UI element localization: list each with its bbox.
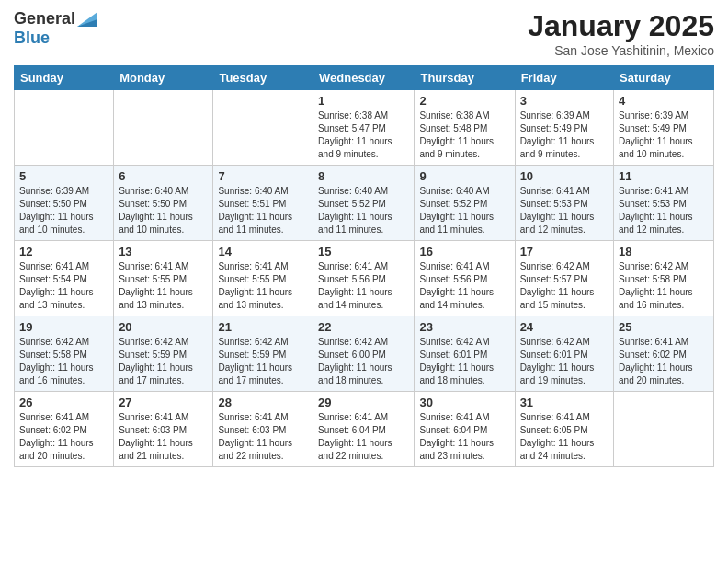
day-info: Sunrise: 6:41 AMSunset: 5:55 PMDaylight:… (218, 260, 308, 312)
logo-general: General (14, 9, 75, 29)
table-row: 1Sunrise: 6:38 AMSunset: 5:47 PMDaylight… (313, 90, 415, 166)
day-info: Sunrise: 6:41 AMSunset: 6:04 PMDaylight:… (419, 411, 509, 463)
table-row: 4Sunrise: 6:39 AMSunset: 5:49 PMDaylight… (614, 90, 714, 166)
day-number: 7 (218, 169, 308, 183)
day-info: Sunrise: 6:40 AMSunset: 5:51 PMDaylight:… (218, 185, 308, 236)
day-number: 8 (318, 169, 409, 183)
table-row: 29Sunrise: 6:41 AMSunset: 6:04 PMDayligh… (313, 392, 415, 467)
title-block: January 2025 San Jose Yashitinin, Mexico (528, 9, 714, 58)
table-row: 7Sunrise: 6:40 AMSunset: 5:51 PMDaylight… (213, 166, 313, 241)
table-row: 27Sunrise: 6:41 AMSunset: 6:03 PMDayligh… (114, 392, 213, 467)
day-info: Sunrise: 6:38 AMSunset: 5:48 PMDaylight:… (419, 109, 509, 161)
day-number: 17 (520, 245, 609, 259)
day-info: Sunrise: 6:39 AMSunset: 5:49 PMDaylight:… (520, 109, 609, 161)
table-row: 11Sunrise: 6:41 AMSunset: 5:53 PMDayligh… (614, 166, 714, 241)
day-info: Sunrise: 6:42 AMSunset: 6:01 PMDaylight:… (520, 336, 609, 387)
day-number: 29 (318, 396, 409, 409)
day-number: 11 (619, 169, 709, 183)
day-info: Sunrise: 6:42 AMSunset: 5:58 PMDaylight:… (19, 336, 108, 387)
table-row (15, 90, 114, 166)
day-number: 13 (119, 245, 208, 259)
header-wednesday: Wednesday (313, 66, 415, 90)
day-info: Sunrise: 6:42 AMSunset: 5:58 PMDaylight:… (619, 260, 709, 312)
header: General Blue January 2025 San Jose Yashi… (14, 9, 714, 58)
calendar-week-row: 5Sunrise: 6:39 AMSunset: 5:50 PMDaylight… (15, 166, 714, 241)
day-number: 24 (520, 320, 609, 334)
day-number: 21 (218, 320, 308, 334)
header-thursday: Thursday (415, 66, 515, 90)
logo-blue: Blue (14, 29, 50, 48)
day-info: Sunrise: 6:41 AMSunset: 5:54 PMDaylight:… (19, 260, 108, 312)
day-info: Sunrise: 6:40 AMSunset: 5:52 PMDaylight:… (419, 185, 509, 236)
day-info: Sunrise: 6:41 AMSunset: 5:56 PMDaylight:… (419, 260, 509, 312)
calendar-week-row: 12Sunrise: 6:41 AMSunset: 5:54 PMDayligh… (15, 241, 714, 316)
table-row: 8Sunrise: 6:40 AMSunset: 5:52 PMDaylight… (313, 166, 415, 241)
day-info: Sunrise: 6:41 AMSunset: 5:55 PMDaylight:… (119, 260, 208, 312)
table-row: 22Sunrise: 6:42 AMSunset: 6:00 PMDayligh… (313, 316, 415, 392)
day-number: 27 (119, 396, 208, 409)
table-row: 18Sunrise: 6:42 AMSunset: 5:58 PMDayligh… (614, 241, 714, 316)
day-number: 15 (318, 245, 409, 259)
day-number: 30 (419, 396, 509, 409)
day-number: 12 (19, 245, 108, 259)
table-row (213, 90, 313, 166)
day-info: Sunrise: 6:38 AMSunset: 5:47 PMDaylight:… (318, 109, 409, 161)
day-number: 3 (520, 94, 609, 108)
table-row: 3Sunrise: 6:39 AMSunset: 5:49 PMDaylight… (515, 90, 613, 166)
table-row: 6Sunrise: 6:40 AMSunset: 5:50 PMDaylight… (114, 166, 213, 241)
table-row: 28Sunrise: 6:41 AMSunset: 6:03 PMDayligh… (213, 392, 313, 467)
table-row: 16Sunrise: 6:41 AMSunset: 5:56 PMDayligh… (415, 241, 515, 316)
day-number: 31 (520, 396, 609, 409)
day-number: 5 (19, 169, 108, 183)
table-row: 30Sunrise: 6:41 AMSunset: 6:04 PMDayligh… (415, 392, 515, 467)
table-row: 9Sunrise: 6:40 AMSunset: 5:52 PMDaylight… (415, 166, 515, 241)
day-info: Sunrise: 6:39 AMSunset: 5:49 PMDaylight:… (619, 109, 709, 161)
day-info: Sunrise: 6:42 AMSunset: 5:57 PMDaylight:… (520, 260, 609, 312)
table-row: 14Sunrise: 6:41 AMSunset: 5:55 PMDayligh… (213, 241, 313, 316)
calendar-week-row: 19Sunrise: 6:42 AMSunset: 5:58 PMDayligh… (15, 316, 714, 392)
day-info: Sunrise: 6:41 AMSunset: 6:04 PMDaylight:… (318, 411, 409, 463)
day-number: 23 (419, 320, 509, 334)
day-info: Sunrise: 6:40 AMSunset: 5:52 PMDaylight:… (318, 185, 409, 236)
day-info: Sunrise: 6:40 AMSunset: 5:50 PMDaylight:… (119, 185, 208, 236)
day-info: Sunrise: 6:41 AMSunset: 5:53 PMDaylight:… (619, 185, 709, 236)
day-number: 2 (419, 94, 509, 108)
header-tuesday: Tuesday (213, 66, 313, 90)
header-monday: Monday (114, 66, 213, 90)
day-number: 14 (218, 245, 308, 259)
day-info: Sunrise: 6:42 AMSunset: 5:59 PMDaylight:… (119, 336, 208, 387)
day-info: Sunrise: 6:42 AMSunset: 6:00 PMDaylight:… (318, 336, 409, 387)
table-row (114, 90, 213, 166)
calendar-week-row: 1Sunrise: 6:38 AMSunset: 5:47 PMDaylight… (15, 90, 714, 166)
page: General Blue January 2025 San Jose Yashi… (0, 0, 728, 563)
day-number: 19 (19, 320, 108, 334)
day-info: Sunrise: 6:41 AMSunset: 6:02 PMDaylight:… (19, 411, 108, 463)
table-row: 20Sunrise: 6:42 AMSunset: 5:59 PMDayligh… (114, 316, 213, 392)
table-row: 26Sunrise: 6:41 AMSunset: 6:02 PMDayligh… (15, 392, 114, 467)
header-friday: Friday (515, 66, 613, 90)
calendar-title: January 2025 (528, 9, 714, 43)
table-row: 12Sunrise: 6:41 AMSunset: 5:54 PMDayligh… (15, 241, 114, 316)
day-info: Sunrise: 6:41 AMSunset: 5:56 PMDaylight:… (318, 260, 409, 312)
table-row: 13Sunrise: 6:41 AMSunset: 5:55 PMDayligh… (114, 241, 213, 316)
day-info: Sunrise: 6:39 AMSunset: 5:50 PMDaylight:… (19, 185, 108, 236)
day-number: 9 (419, 169, 509, 183)
calendar-table: Sunday Monday Tuesday Wednesday Thursday… (14, 65, 714, 467)
day-info: Sunrise: 6:42 AMSunset: 5:59 PMDaylight:… (218, 336, 308, 387)
table-row: 2Sunrise: 6:38 AMSunset: 5:48 PMDaylight… (415, 90, 515, 166)
day-number: 1 (318, 94, 409, 108)
day-number: 16 (419, 245, 509, 259)
day-number: 6 (119, 169, 208, 183)
day-info: Sunrise: 6:42 AMSunset: 6:01 PMDaylight:… (419, 336, 509, 387)
table-row (614, 392, 714, 467)
day-info: Sunrise: 6:41 AMSunset: 6:02 PMDaylight:… (619, 336, 709, 387)
table-row: 5Sunrise: 6:39 AMSunset: 5:50 PMDaylight… (15, 166, 114, 241)
day-info: Sunrise: 6:41 AMSunset: 6:05 PMDaylight:… (520, 411, 609, 463)
table-row: 31Sunrise: 6:41 AMSunset: 6:05 PMDayligh… (515, 392, 613, 467)
table-row: 24Sunrise: 6:42 AMSunset: 6:01 PMDayligh… (515, 316, 613, 392)
header-sunday: Sunday (15, 66, 114, 90)
table-row: 10Sunrise: 6:41 AMSunset: 5:53 PMDayligh… (515, 166, 613, 241)
day-number: 10 (520, 169, 609, 183)
table-row: 17Sunrise: 6:42 AMSunset: 5:57 PMDayligh… (515, 241, 613, 316)
day-number: 28 (218, 396, 308, 409)
